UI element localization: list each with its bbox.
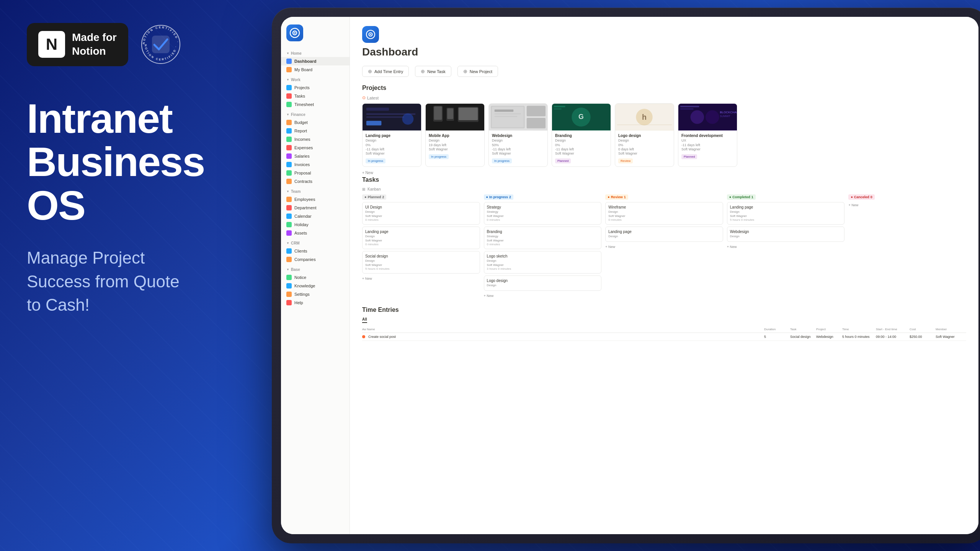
add-time-entry-button[interactable]: ⊕ Add Time Entry (362, 66, 409, 77)
project-info-6: Frontend development UX -11 days left So… (678, 130, 737, 162)
project-thumb-3 (489, 104, 547, 130)
svg-rect-22 (459, 108, 478, 120)
task-card-landing-review[interactable]: Landing page Design (605, 227, 723, 242)
sidebar-item-settings[interactable]: Settings (281, 290, 350, 298)
settings-icon (286, 292, 292, 297)
svg-point-15 (402, 113, 414, 125)
sidebar-item-department[interactable]: Department (281, 204, 350, 212)
kanban-board: ● Planned 2 UI Design Design Soft Wagner… (362, 194, 966, 299)
tablet-outer: ▼ Home Dashboard My Board ▼ Work (272, 8, 980, 543)
svg-rect-30 (495, 116, 517, 117)
task-card-ui-design[interactable]: UI Design Design Soft Wagner 0 minutes (362, 202, 480, 225)
time-start-end: 09:00 - 14:00 (876, 335, 906, 339)
task-card-logo-design-ip[interactable]: Logo design Design (484, 276, 602, 291)
project-thumb-4: G (552, 104, 611, 130)
task-card-landing-done[interactable]: Landing page Design Soft Wagner 5 hours … (727, 202, 845, 225)
add-task-completed[interactable]: + New (727, 244, 845, 250)
task-card-wireframe[interactable]: Wireframe Design Soft Wagner 0 minutes (605, 202, 723, 225)
sidebar-item-tasks[interactable]: Tasks (281, 92, 350, 100)
department-icon (286, 205, 292, 210)
svg-text:h: h (642, 113, 647, 121)
svg-point-9 (370, 34, 371, 35)
time-dot (362, 335, 365, 338)
employees-icon (286, 197, 292, 202)
page-logo (362, 26, 379, 43)
status-badge-2: In progress (429, 154, 449, 159)
new-task-button[interactable]: ⊕ New Task (415, 66, 451, 77)
new-project-button[interactable]: ⊕ New Project (457, 66, 498, 77)
add-task-canceled[interactable]: + New (848, 202, 966, 208)
sidebar-item-invoices[interactable]: Invoices (281, 160, 350, 169)
filter-tab-all[interactable]: All (362, 317, 367, 323)
sidebar-item-timesheet[interactable]: Timesheet (281, 100, 350, 109)
task-card-landing[interactable]: Landing page Design Soft Wagner 0 minute… (362, 227, 480, 249)
col-header-review: ● Review 1 (605, 194, 723, 200)
add-task-planned[interactable]: + New (362, 276, 480, 282)
col-duration: Duration (764, 328, 787, 331)
project-info-1: Landing page Design 0% -11 days left Sof… (363, 130, 421, 166)
sidebar-item-help[interactable]: Help (281, 298, 350, 307)
svg-text:SUMMIT: SUMMIT (720, 115, 731, 117)
kanban-label: ⊞ Kanban (362, 187, 966, 191)
sidebar-section-base: ▼ Base (281, 264, 350, 273)
sidebar-item-expenses[interactable]: Expenses (281, 143, 350, 152)
col-label-canceled: ● Canceled 0 (848, 194, 874, 200)
sidebar: ▼ Home Dashboard My Board ▼ Work (281, 17, 350, 534)
notion-badge-text: Made for Notion (72, 31, 117, 59)
sidebar-item-incomes[interactable]: Incomes (281, 135, 350, 143)
project-card-2[interactable]: Mobile App Design 19 days left Soft Wagn… (425, 103, 485, 167)
sidebar-item-calendar[interactable]: Calendar (281, 212, 350, 220)
svg-rect-35 (554, 108, 562, 109)
time-entries-section: Time Entries All Aa Name Duration (362, 306, 966, 341)
add-new-project[interactable]: + New (362, 169, 966, 176)
project-card-4[interactable]: G Branding Design 0% -11 days left (552, 103, 611, 167)
task-card-logo-sketch[interactable]: Logo sketch Design Soft Wagner 3 hours 0… (484, 251, 602, 274)
project-card-6[interactable]: BLOCKCHAIN SUMMIT Frontend development U… (678, 103, 737, 167)
sidebar-item-budget[interactable]: Budget (281, 118, 350, 127)
task-card-strategy[interactable]: Strategy Strategy Soft Wagner 0 minutes (484, 202, 602, 225)
report-icon (286, 128, 292, 134)
sidebar-item-assets[interactable]: Assets (281, 229, 350, 237)
col-time: Time (842, 328, 873, 331)
tasks-title: Tasks (362, 176, 966, 183)
sidebar-item-salaries[interactable]: Salaries (281, 152, 350, 160)
sidebar-section-crm: ▼ CRM (281, 237, 350, 247)
time-table-header: Aa Name Duration Task Project (362, 326, 966, 333)
svg-rect-26 (527, 118, 546, 129)
certified-badge: NOTION CERTIFIED · NOTION CERTIFIED · (140, 23, 182, 65)
sidebar-item-proposal[interactable]: Proposal (281, 169, 350, 177)
sidebar-item-dashboard[interactable]: Dashboard (281, 57, 350, 65)
sidebar-item-notice[interactable]: Notice (281, 273, 350, 282)
status-badge-4: Planned (555, 158, 571, 163)
project-card-3[interactable]: Webdesign Design 50% -11 days left Soft … (488, 103, 548, 167)
sidebar-item-clients[interactable]: Clients (281, 247, 350, 255)
sidebar-item-projects[interactable]: Projects (281, 83, 350, 92)
task-card-webdesign-done[interactable]: Webdesign Design (727, 227, 845, 242)
project-card-5[interactable]: h Logo design Design 0% 0 days left Soft… (615, 103, 674, 167)
svg-point-41 (691, 110, 704, 124)
col-cost: Cost (910, 328, 933, 331)
sidebar-item-report[interactable]: Report (281, 127, 350, 135)
task-card-branding[interactable]: Branding Strategy Soft Wagner 0 minutes (484, 227, 602, 249)
project-card-1[interactable]: Landing page Design 0% -11 days left Sof… (362, 103, 421, 167)
sidebar-section-team: ▼ Team (281, 186, 350, 195)
sidebar-item-myboard[interactable]: My Board (281, 65, 350, 74)
sidebar-item-companies[interactable]: Companies (281, 255, 350, 264)
left-panel: N Made for Notion NOTION CERTIFIED · NOT… (0, 0, 253, 551)
calendar-icon (286, 214, 292, 219)
task-card-social[interactable]: Social design Design Soft Wagner 5 hours… (362, 251, 480, 274)
invoices-icon (286, 162, 292, 167)
sidebar-item-holiday[interactable]: Holiday (281, 220, 350, 229)
sidebar-item-contracts[interactable]: Contracts (281, 177, 350, 186)
add-task-inprogress[interactable]: + New (484, 293, 602, 299)
time-duration: 5 (764, 335, 787, 339)
sidebar-item-employees[interactable]: Employees (281, 195, 350, 204)
projects-title: Projects (362, 85, 966, 91)
add-task-review[interactable]: + New (605, 244, 723, 250)
time-filter-tabs: All (362, 317, 966, 323)
main-headline: Intranet Business OS (27, 97, 226, 227)
sidebar-item-knowledge[interactable]: Knowledge (281, 282, 350, 290)
time-entries-title: Time Entries (362, 306, 966, 313)
project-info-5: Logo design Design 0% 0 days left Soft W… (615, 130, 674, 166)
svg-rect-20 (447, 108, 453, 119)
